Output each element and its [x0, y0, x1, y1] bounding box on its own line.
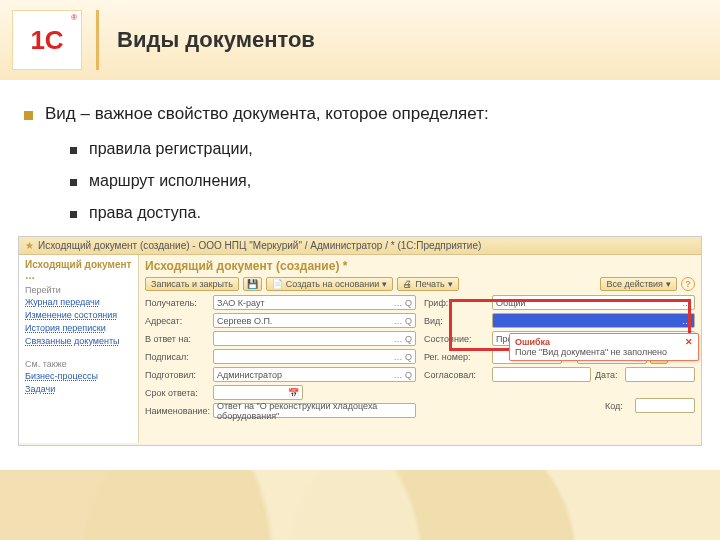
approved-field[interactable]: [492, 367, 591, 382]
label-code: Код:: [605, 401, 635, 411]
slide-content: Вид – важное свойство документа, которое…: [0, 80, 720, 222]
due-field[interactable]: 📅: [213, 385, 303, 400]
sub-bullet: права доступа.: [89, 204, 201, 222]
label-stamp: Гриф:: [424, 298, 492, 308]
signed-field[interactable]: … Q: [213, 349, 416, 364]
label-name: Наименование:: [145, 406, 213, 416]
label-addressee: Адресат:: [145, 316, 213, 326]
prepared-field[interactable]: Администратор… Q: [213, 367, 416, 382]
sub-bullet: маршрут исполнения,: [89, 172, 251, 190]
error-title: Ошибка: [515, 337, 550, 347]
form-title: Исходящий документ (создание) *: [145, 259, 695, 273]
bullet-icon: [24, 111, 33, 120]
kind-field[interactable]: …: [492, 313, 695, 328]
nav-header: Исходящий документ …: [25, 259, 132, 281]
bullet-icon: [70, 179, 77, 186]
help-icon[interactable]: ?: [681, 277, 695, 291]
label-recipient: Получатель:: [145, 298, 213, 308]
nav-link[interactable]: Изменение состояния: [25, 310, 132, 320]
bullet-icon: [70, 211, 77, 218]
label-kind: Вид:: [424, 316, 492, 326]
date-field[interactable]: [625, 367, 695, 382]
toolbar: Записать и закрыть 💾 📄 Создать на основа…: [145, 277, 695, 291]
label-approved: Согласовал:: [424, 370, 492, 380]
label-reg: Рег. номер:: [424, 352, 492, 362]
star-icon: ★: [25, 240, 34, 251]
window-titlebar: ★ Исходящий документ (создание) - ООО НП…: [19, 237, 701, 255]
error-message: Поле "Вид документа" не заполнено: [515, 347, 693, 357]
app-window: ★ Исходящий документ (создание) - ООО НП…: [18, 236, 702, 446]
save-button[interactable]: 💾: [243, 277, 262, 291]
decorative-wave: [0, 470, 720, 540]
label-date: Дата:: [595, 370, 625, 380]
bullet-icon: [70, 147, 77, 154]
stamp-field[interactable]: Общий…: [492, 295, 695, 310]
nav-pane: Исходящий документ … Перейти Журнал пере…: [19, 255, 139, 443]
label-signed: Подписал:: [145, 352, 213, 362]
inreply-field[interactable]: … Q: [213, 331, 416, 346]
label-inreply: В ответ на:: [145, 334, 213, 344]
label-due: Срок ответа:: [145, 388, 213, 398]
nav-link[interactable]: Связанные документы: [25, 336, 132, 346]
nav-section-label: Перейти: [25, 285, 132, 295]
name-field[interactable]: Ответ на "О реконструкции хладоцеха обор…: [213, 403, 416, 418]
all-actions-button[interactable]: Все действия ▾: [600, 277, 677, 291]
save-close-button[interactable]: Записать и закрыть: [145, 277, 239, 291]
addressee-field[interactable]: Сергеев О.П.… Q: [213, 313, 416, 328]
bullet-text: Вид – важное свойство документа, которое…: [45, 104, 489, 124]
recipient-field[interactable]: ЗАО К-раут… Q: [213, 295, 416, 310]
create-based-button[interactable]: 📄 Создать на основании ▾: [266, 277, 393, 291]
error-balloon: Ошибка ✕ Поле "Вид документа" не заполне…: [509, 333, 699, 361]
slide-title: Виды документов: [117, 27, 315, 53]
sub-bullet: правила регистрации,: [89, 140, 253, 158]
print-button[interactable]: 🖨 Печать ▾: [397, 277, 458, 291]
nav-link[interactable]: Бизнес-процессы: [25, 371, 132, 381]
nav-link[interactable]: Журнал передачи: [25, 297, 132, 307]
logo-1c: 1C: [12, 10, 82, 70]
label-prepared: Подготовил:: [145, 370, 213, 380]
close-icon[interactable]: ✕: [685, 337, 693, 347]
nav-link[interactable]: История переписки: [25, 323, 132, 333]
form-pane: Исходящий документ (создание) * Записать…: [139, 255, 701, 443]
nav-section-label: См. также: [25, 359, 132, 369]
nav-link[interactable]: Задачи: [25, 384, 132, 394]
window-title-text: Исходящий документ (создание) - ООО НПЦ …: [38, 240, 481, 251]
code-field[interactable]: [635, 398, 695, 413]
label-state: Состояние:: [424, 334, 492, 344]
